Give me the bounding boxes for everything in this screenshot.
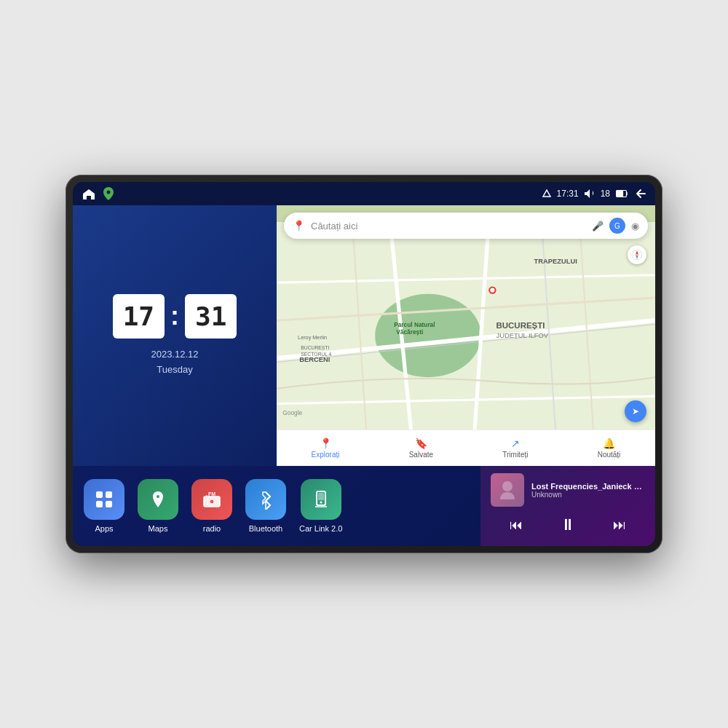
svg-point-3 bbox=[375, 294, 481, 377]
radio-icon-wrapper: FM bbox=[191, 479, 232, 520]
map-tab-send[interactable]: ↗ Trimiteți bbox=[502, 438, 528, 459]
music-player: Lost Frequencies_Janieck Devy-... Unknow… bbox=[480, 466, 655, 546]
gps-icon bbox=[542, 189, 551, 198]
maps-icon bbox=[148, 489, 168, 510]
map-tab-news[interactable]: 🔔 Noutăți bbox=[598, 438, 621, 459]
music-controls: ⏮ ⏸ ⏭ bbox=[491, 513, 645, 537]
saved-icon: 🔖 bbox=[415, 438, 427, 449]
battery-icon bbox=[616, 190, 629, 197]
news-icon: 🔔 bbox=[603, 438, 615, 449]
carlink-label: Car Link 2.0 bbox=[299, 524, 342, 533]
clock-display: 17 : 31 bbox=[113, 294, 237, 339]
map-tab-news-label: Noutăți bbox=[598, 451, 621, 459]
play-pause-button[interactable]: ⏸ bbox=[554, 513, 582, 537]
svg-rect-39 bbox=[318, 493, 324, 500]
prev-button[interactable]: ⏮ bbox=[504, 515, 529, 536]
album-art-silhouette bbox=[496, 479, 518, 501]
map-tabs: 📍 Explorați 🔖 Salvate ↗ Trimiteți 🔔 bbox=[277, 430, 655, 466]
svg-text:JUDEȚUL ILFOV: JUDEȚUL ILFOV bbox=[496, 332, 549, 339]
map-mic-icon[interactable]: 🎤 bbox=[592, 221, 604, 232]
map-background: BUCUREȘTI JUDEȚUL ILFOV TRAPEZULUI BERCE… bbox=[277, 205, 655, 466]
carlink-icon-wrapper bbox=[301, 479, 341, 520]
svg-text:Parcul Natural: Parcul Natural bbox=[394, 321, 435, 328]
svg-point-24 bbox=[490, 288, 494, 292]
main-content: 17 : 31 2023.12.12 Tuesday bbox=[73, 205, 655, 546]
map-search-bar[interactable]: 📍 Căutați aici 🎤 G ◉ bbox=[284, 213, 648, 239]
clock-minute: 31 bbox=[185, 294, 237, 339]
svg-text:Google: Google bbox=[282, 409, 302, 416]
map-search-text[interactable]: Căutați aici bbox=[311, 221, 586, 232]
maps-label: Maps bbox=[149, 524, 168, 533]
maps-pin-icon[interactable] bbox=[103, 187, 114, 200]
apps-grid-icon bbox=[94, 489, 114, 510]
volume-level: 18 bbox=[601, 189, 610, 199]
clock-hour: 17 bbox=[113, 294, 165, 339]
screen: 17:31 18 bbox=[73, 182, 655, 546]
home-icon[interactable] bbox=[82, 188, 96, 199]
album-art bbox=[491, 473, 524, 507]
app-item-bluetooth[interactable]: Bluetooth bbox=[245, 479, 286, 533]
radio-icon: FM bbox=[202, 489, 222, 510]
map-navigate-button[interactable]: ➤ bbox=[625, 400, 646, 422]
car-display-device: 17:31 18 bbox=[66, 175, 662, 553]
map-tab-explore-label: Explorați bbox=[312, 451, 340, 459]
svg-rect-30 bbox=[106, 491, 112, 498]
next-button[interactable]: ⏭ bbox=[607, 515, 632, 536]
svg-text:FM: FM bbox=[208, 491, 215, 496]
map-settings-icon[interactable]: ◉ bbox=[631, 221, 639, 232]
album-art-image bbox=[491, 473, 524, 507]
back-icon[interactable] bbox=[635, 189, 646, 199]
bluetooth-icon-wrapper bbox=[245, 479, 286, 520]
clock-widget: 17 : 31 2023.12.12 Tuesday bbox=[73, 205, 277, 466]
map-area[interactable]: BUCUREȘTI JUDEȚUL ILFOV TRAPEZULUI BERCE… bbox=[277, 205, 655, 466]
music-text: Lost Frequencies_Janieck Devy-... Unknow… bbox=[531, 482, 645, 499]
clock-status: 17:31 bbox=[557, 189, 579, 199]
music-artist: Unknown bbox=[531, 491, 645, 499]
svg-point-40 bbox=[320, 502, 322, 504]
status-left bbox=[82, 187, 114, 200]
clock-date: 2023.12.12 Tuesday bbox=[151, 347, 198, 378]
explore-icon: 📍 bbox=[320, 438, 332, 449]
app-item-carlink[interactable]: Car Link 2.0 bbox=[299, 479, 342, 533]
app-item-maps[interactable]: Maps bbox=[138, 479, 178, 533]
status-bar: 17:31 18 bbox=[73, 182, 655, 205]
app-item-apps[interactable]: Apps bbox=[84, 479, 124, 533]
apps-label: Apps bbox=[95, 524, 113, 533]
clock-colon: : bbox=[170, 301, 179, 331]
maps-icon-wrapper bbox=[138, 479, 178, 520]
map-tab-saved-label: Salvate bbox=[409, 451, 433, 459]
map-tab-explore[interactable]: 📍 Explorați bbox=[312, 438, 340, 459]
apps-icon-wrapper bbox=[84, 479, 124, 520]
svg-text:Văcărești: Văcărești bbox=[396, 328, 423, 336]
map-avatar[interactable]: G bbox=[609, 218, 625, 234]
bottom-section: Apps Maps bbox=[73, 466, 655, 546]
svg-point-35 bbox=[210, 499, 214, 504]
apps-area: Apps Maps bbox=[73, 466, 480, 546]
send-icon: ↗ bbox=[511, 438, 520, 449]
music-info: Lost Frequencies_Janieck Devy-... Unknow… bbox=[491, 473, 645, 507]
map-tab-saved[interactable]: 🔖 Salvate bbox=[409, 438, 433, 459]
app-item-radio[interactable]: FM radio bbox=[191, 479, 232, 533]
svg-point-41 bbox=[502, 481, 513, 491]
svg-text:Leroy Merlin: Leroy Merlin bbox=[298, 334, 327, 341]
carlink-icon bbox=[311, 489, 331, 510]
bluetooth-icon bbox=[256, 489, 276, 510]
music-title: Lost Frequencies_Janieck Devy-... bbox=[531, 482, 645, 491]
radio-label: radio bbox=[203, 524, 221, 533]
bluetooth-label: Bluetooth bbox=[249, 524, 282, 533]
svg-text:BUCUREȘTI: BUCUREȘTI bbox=[301, 345, 329, 351]
volume-icon[interactable] bbox=[585, 189, 595, 198]
svg-text:BUCUREȘTI: BUCUREȘTI bbox=[496, 321, 545, 330]
svg-text:TRAPEZULUI: TRAPEZULUI bbox=[534, 258, 577, 265]
svg-rect-31 bbox=[96, 501, 103, 507]
map-tab-send-label: Trimiteți bbox=[502, 451, 528, 459]
top-section: 17 : 31 2023.12.12 Tuesday bbox=[73, 205, 655, 466]
svg-text:BERCENI: BERCENI bbox=[299, 356, 330, 363]
status-right: 17:31 18 bbox=[542, 189, 646, 199]
map-pin-icon: 📍 bbox=[293, 220, 305, 232]
map-compass[interactable] bbox=[628, 245, 646, 264]
svg-rect-29 bbox=[96, 491, 103, 498]
svg-rect-32 bbox=[106, 501, 112, 507]
svg-text:SECTORUL 4: SECTORUL 4 bbox=[301, 352, 331, 357]
svg-rect-1 bbox=[617, 191, 623, 197]
